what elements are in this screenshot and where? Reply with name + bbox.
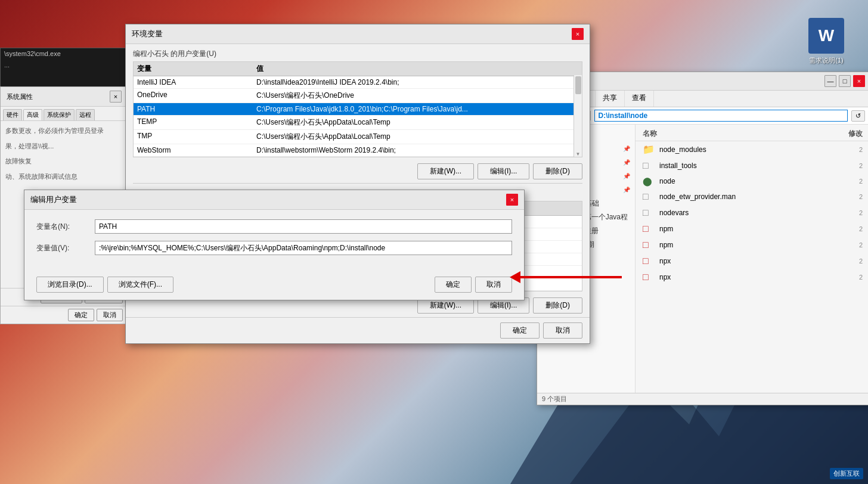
file-row-npx1[interactable]: □ npx 2 <box>636 253 868 269</box>
edit-dialog-title: 编辑用户变量 <box>30 194 77 205</box>
env-main-buttons: 确定 取消 <box>126 317 590 343</box>
env-row-path-name: PATH <box>137 105 256 113</box>
tab-protection[interactable]: 系统保护 <box>44 109 75 120</box>
edit-close-btn[interactable]: × <box>506 194 518 206</box>
arrow-line <box>520 276 622 278</box>
env-row-onedrive[interactable]: OneDrive C:\Users\编程小石头\OneDrive <box>134 89 582 103</box>
env-new-btn[interactable]: 新建(W)... <box>417 163 474 179</box>
file-row-npx2[interactable]: □ npx 2 <box>636 269 868 286</box>
env-user-table: 变量 值 IntelliJ IDEA D:\install\idea2019\I… <box>133 61 582 157</box>
edit-user-var-dialog: 编辑用户变量 × 变量名(N): 变量值(V): 浏览目录(D)... 浏览文件… <box>24 190 525 300</box>
browse-file-btn[interactable]: 浏览文件(F)... <box>107 277 173 293</box>
explorer-close-btn[interactable]: × <box>853 75 865 87</box>
node-etw-icon: □ <box>643 191 655 202</box>
npx1-name: npx <box>659 257 810 265</box>
tab-remote[interactable]: 远程 <box>76 109 95 120</box>
edit-title-buttons: × <box>506 194 518 206</box>
var-name-input[interactable] <box>95 219 512 234</box>
pin-icon: 📌 <box>623 145 630 152</box>
env-scrollbar-thumb[interactable] <box>575 76 581 94</box>
env-dialog-title: 环境变量 <box>132 29 163 39</box>
npm1-name: npm <box>659 225 810 233</box>
node-name: node <box>659 177 810 185</box>
col-modified-header: 修改 <box>815 129 863 139</box>
sysprop-cancel-btn[interactable]: 取消 <box>97 309 123 321</box>
node-modules-name: node_modules <box>659 145 810 154</box>
edit-dialog-body: 变量名(N): 变量值(V): <box>24 210 524 272</box>
env-row-onedrive-name: OneDrive <box>137 91 256 101</box>
tab-hardware[interactable]: 硬件 <box>3 109 22 120</box>
edit-dialog-title-bar: 编辑用户变量 × <box>24 190 524 210</box>
env-row-path[interactable]: PATH C:\Program Files\Java\jdk1.8.0_201\… <box>134 103 582 116</box>
env-row-onedrive-value: C:\Users\编程小石头\OneDrive <box>256 91 578 101</box>
env-delete-btn[interactable]: 删除(D) <box>533 163 582 179</box>
env-table-header: 变量 值 <box>134 62 582 76</box>
env-row-temp[interactable]: TEMP C:\Users\编程小石头\AppData\Local\Temp <box>134 116 582 130</box>
edit-ok-btn[interactable]: 确定 <box>435 277 472 293</box>
env-title-buttons: × <box>572 28 584 40</box>
ribbon-tab-view[interactable]: 查看 <box>625 91 654 107</box>
nodevars-icon: □ <box>643 207 655 218</box>
env-edit-btn[interactable]: 编辑(I)... <box>478 163 529 179</box>
refresh-btn[interactable]: ↺ <box>851 110 865 122</box>
nodevars-name: nodevars <box>659 209 810 217</box>
env-cancel-btn[interactable]: 取消 <box>543 322 582 339</box>
edit-cancel-btn[interactable]: 取消 <box>475 277 512 293</box>
col-header-name: 变量 <box>137 64 256 74</box>
sysprop-title-buttons: × <box>110 91 122 103</box>
explorer-minimize-btn[interactable]: — <box>824 75 836 87</box>
env-sys-delete-btn[interactable]: 删除(D) <box>533 297 582 314</box>
var-value-label: 变量值(V): <box>36 243 90 253</box>
explorer-content: 名称 修改 📁 node_modules 2 □ install_tools 2… <box>636 125 868 393</box>
sysprop-section-admin: 多数更改，你必须作为管理员登录 <box>5 126 123 136</box>
npm1-icon: □ <box>643 224 655 234</box>
explorer-status-bar: 9 个项目 <box>537 393 868 405</box>
address-bar[interactable] <box>594 110 848 122</box>
npx2-icon: □ <box>643 272 655 283</box>
file-row-npm2[interactable]: □ npm 2 <box>636 237 868 253</box>
sysprop-close-btn[interactable]: × <box>110 91 122 103</box>
node-etw-date: 2 <box>815 193 863 200</box>
npm2-date: 2 <box>815 241 863 249</box>
sysprop-ok-btn[interactable]: 确定 <box>68 309 94 321</box>
install-tools-date: 2 <box>815 162 863 169</box>
env-row-tmp[interactable]: TMP C:\Users\编程小石头\AppData\Local\Temp <box>134 130 582 144</box>
env-row-tmp-value: C:\Users\编程小石头\AppData\Local\Temp <box>256 132 578 142</box>
install-tools-icon: □ <box>643 160 655 171</box>
cmd-title-text: \system32\cmd.exe <box>4 50 61 57</box>
env-scrollbar[interactable]: ▼ <box>574 75 582 157</box>
sysprop-title-text: 系统属性 <box>7 92 33 101</box>
env-row-tmp-name: TMP <box>137 132 256 142</box>
edit-bottom-buttons-row1: 浏览目录(D)... 浏览文件(F)... 确定 取消 <box>24 272 524 300</box>
env-row-webstorm[interactable]: WebStorm D:\install\webstorm\WebStorm 20… <box>134 144 582 157</box>
install-tools-name: install_tools <box>659 162 810 170</box>
file-row-nodevars[interactable]: □ nodevars 2 <box>636 205 868 221</box>
file-row-node-modules[interactable]: 📁 node_modules 2 <box>636 141 868 158</box>
word-icon: W <box>808 18 844 54</box>
file-row-npm1[interactable]: □ npm 2 <box>636 221 868 237</box>
col-name-header: 名称 <box>643 129 815 139</box>
node-modules-icon: 📁 <box>643 144 655 155</box>
explorer-maximize-btn[interactable]: □ <box>839 75 851 87</box>
file-row-install-tools[interactable]: □ install_tools 2 <box>636 158 868 174</box>
env-row-webstorm-name: WebStorm <box>137 146 256 154</box>
word-icon-label: 需求说明(1) <box>809 56 843 65</box>
cmd-title-bar: \system32\cmd.exe <box>1 48 131 59</box>
browse-dir-btn[interactable]: 浏览目录(D)... <box>36 277 104 293</box>
desktop-icon-word[interactable]: W 需求说明(1) <box>802 18 850 65</box>
nodevars-date: 2 <box>815 209 863 216</box>
env-close-btn[interactable]: × <box>572 28 584 40</box>
pin-icon-2: 📌 <box>623 159 630 166</box>
ribbon-tab-share[interactable]: 共享 <box>596 91 625 107</box>
file-row-node-etw[interactable]: □ node_etw_provider.man 2 <box>636 189 868 205</box>
cmd-line: ... <box>4 61 127 69</box>
env-row-intellij-value: D:\install\idea2019\IntelliJ IDEA 2019.2… <box>256 78 578 86</box>
env-user-section-title: 编程小石头 的用户变量(U) <box>126 44 590 61</box>
tab-advanced[interactable]: 高级 <box>23 109 42 120</box>
file-row-node[interactable]: ⬤ node 2 <box>636 174 868 189</box>
env-ok-btn[interactable]: 确定 <box>500 322 540 339</box>
env-row-intellij[interactable]: IntelliJ IDEA D:\install\idea2019\Intell… <box>134 76 582 89</box>
env-dialog-title-bar: 环境变量 × <box>126 24 590 44</box>
var-value-input[interactable] <box>95 241 512 255</box>
node-etw-name: node_etw_provider.man <box>659 193 810 201</box>
